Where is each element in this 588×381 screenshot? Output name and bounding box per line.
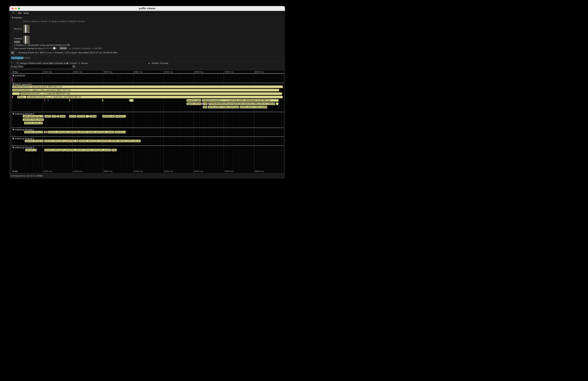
menu-file[interactable]: File xyxy=(18,11,22,15)
tab-stats[interactable]: Stats xyxy=(25,57,31,59)
window-title: puffin viewer xyxy=(9,6,285,11)
frame-info: Showing frame #2, 8957.4 ms, 7 threads, … xyxy=(18,51,118,54)
recent-frames-thumbnail[interactable] xyxy=(23,24,30,34)
section-separator xyxy=(11,83,284,83)
scope-filter-input[interactable] xyxy=(23,65,72,68)
scope-bar[interactable]: IndexDocuments<_, _>::execute_prefix_dat… xyxy=(202,99,279,102)
scope-bar[interactable]: extract_word_pair_proximity_docids::extr… xyxy=(48,131,115,133)
scope-bar[interactable]: word_prefix::index_word_prefix_ xyxy=(208,106,239,108)
scope-bar[interactable]: extract_word_pair_proximity_docids::extr… xyxy=(79,140,141,142)
visible-threads-label: Visible Threads xyxy=(152,62,168,64)
scope-bar[interactable]: extract::data_from_ob xyxy=(23,118,44,121)
section-separator xyxy=(11,136,284,137)
ruler-separator xyxy=(11,73,284,74)
scope-bar[interactable]: split_grenad_by_chun xyxy=(23,115,43,118)
scope-bar[interactable]: typed_chunk::w xyxy=(187,102,201,105)
max-frames-value[interactable]: 18000 xyxy=(59,47,67,50)
scope-bar[interactable]: extract_docid_word xyxy=(24,122,43,124)
scope-bar[interactable]: WordPr xyxy=(268,102,275,105)
ruler-tick-top: 8000 ms xyxy=(254,71,264,73)
scope-bar[interactable] xyxy=(45,131,46,133)
ruler-tick-top: 2000 ms xyxy=(73,71,82,73)
scope-bar[interactable]: extract_ xyxy=(77,115,85,118)
thread-section-header[interactable]: ▼ indexing-thread:2 xyxy=(12,146,35,149)
slowest-label: Slowest: xyxy=(14,37,23,40)
scope-bar[interactable]: extract_word_pair_proximity_docids xyxy=(44,140,79,142)
tab-flamegraph[interactable]: Flamegraph xyxy=(11,56,23,59)
scope-bar[interactable]: IndexScheduler>::apply_index_operation 8… xyxy=(12,89,279,91)
frames-hint: Click to select a frame, or drag to sele… xyxy=(23,20,85,23)
scope-bar[interactable] xyxy=(57,115,59,118)
clear-button[interactable]: Clear xyxy=(14,41,20,43)
scope-bar[interactable]: extract_word xyxy=(102,115,115,118)
scope-bar[interactable] xyxy=(69,99,70,102)
scope-bar[interactable] xyxy=(37,149,37,151)
frames-section-header[interactable]: ▼ Frames xyxy=(12,17,22,19)
scope-bar[interactable] xyxy=(12,96,13,98)
scope-bar[interactable] xyxy=(12,76,13,82)
section-separator xyxy=(11,127,284,128)
scope-bar[interactable] xyxy=(46,131,47,133)
scope-bar[interactable]: IndexScheduler>::process_batch 8953.821 … xyxy=(12,85,283,88)
thread-section-header[interactable]: ▼ scheduler xyxy=(12,74,26,77)
scope-bar[interactable]: Trans xyxy=(17,96,26,98)
scope-bar[interactable]: extrac xyxy=(59,115,66,118)
frame-bar xyxy=(23,36,25,44)
help-button[interactable]: ? xyxy=(11,62,12,64)
sort-time-radio[interactable] xyxy=(66,62,69,64)
scope-filter-label: Scope filter: xyxy=(11,65,24,68)
merge-children-label: Merge children with same ID xyxy=(20,62,51,64)
slowest-frames-thumbnail[interactable] xyxy=(23,35,30,45)
scope-bar[interactable] xyxy=(48,99,48,102)
ruler-tick-bottom: 5000 ms xyxy=(164,170,173,172)
scope-bar[interactable]: PrefixWordPairsProximityDocids::execute … xyxy=(209,102,268,105)
scope-bar[interactable]: receive_typed_ xyxy=(187,99,201,102)
connection-status: Connected to 127.0.0.1:8585 xyxy=(11,174,43,177)
scope-bar[interactable]: index xyxy=(203,102,208,105)
sort-threads-label: Sort threads by: xyxy=(50,62,67,64)
section-separator xyxy=(11,112,284,112)
scope-bar[interactable]: extract_ xyxy=(69,115,77,118)
flamegraph-panel[interactable]: 0 ms0 ms1000 ms1000 ms2000 ms2000 ms3000… xyxy=(11,70,284,173)
scope-bar[interactable]: extrac xyxy=(111,149,117,151)
divider xyxy=(13,62,14,64)
visible-threads-toggle[interactable]: ▶ Visible Threads xyxy=(149,62,168,64)
menu-bar: ☀ File View xyxy=(9,11,285,15)
scope-bar[interactable] xyxy=(44,99,45,102)
scope-bar[interactable] xyxy=(12,92,20,95)
scope-bar[interactable]: extra xyxy=(52,115,57,118)
scope-bar[interactable]: IndexDocuments<_, _>::execute 8656.677 m… xyxy=(20,92,282,95)
frame-bar xyxy=(25,36,26,44)
scope-bar[interactable]: extract xyxy=(44,115,51,118)
scope-bar[interactable]: IndexDocuments<_, _>::execute_raw 8459.1… xyxy=(27,96,283,98)
collapse-closed-icon: ▶ xyxy=(149,62,150,64)
max-frames-slider-knob[interactable] xyxy=(53,47,56,50)
ruler-tick-top: 5000 ms xyxy=(164,71,173,73)
scope-bar[interactable]: extract_wo xyxy=(115,115,126,118)
menu-divider xyxy=(16,12,17,14)
scope-bar[interactable]: extract xyxy=(89,115,97,118)
scope-bar[interactable]: extract_docid_word xyxy=(25,140,44,142)
scope-bar[interactable] xyxy=(44,131,45,133)
scope-bar[interactable] xyxy=(44,115,44,118)
frame-bar xyxy=(28,36,30,44)
play-button[interactable]: ▶ xyxy=(11,51,15,54)
clear-filter-button[interactable]: ✕ xyxy=(72,65,75,68)
sort-direction-icon[interactable]: ⬇ xyxy=(75,62,77,64)
sort-name-radio[interactable] xyxy=(78,62,80,64)
scope-bar[interactable]: Word xyxy=(203,106,208,108)
scope-bar[interactable] xyxy=(85,115,89,118)
scope-bar[interactable] xyxy=(276,102,279,105)
menu-view[interactable]: View xyxy=(23,11,29,15)
scope-bar[interactable]: extract_docid_word xyxy=(24,131,43,133)
scope-bar[interactable]: extract_wo xyxy=(115,131,126,133)
scope-bar[interactable]: prefix_word::index_prefix_wo xyxy=(240,106,267,108)
ruler-tick-bottom: 1000 ms xyxy=(43,170,52,172)
scope-bar[interactable]: extract_doc xyxy=(25,149,37,151)
ruler-tick-bottom: 8000 ms xyxy=(254,170,264,172)
theme-toggle-icon[interactable]: ☀ xyxy=(11,11,15,15)
scope-bar[interactable] xyxy=(129,99,134,102)
scope-bar[interactable]: extract_word_pair_proximity_docids::extr… xyxy=(44,149,111,151)
scope-bar[interactable] xyxy=(102,99,103,102)
merge-children-checkbox[interactable] xyxy=(17,62,19,64)
